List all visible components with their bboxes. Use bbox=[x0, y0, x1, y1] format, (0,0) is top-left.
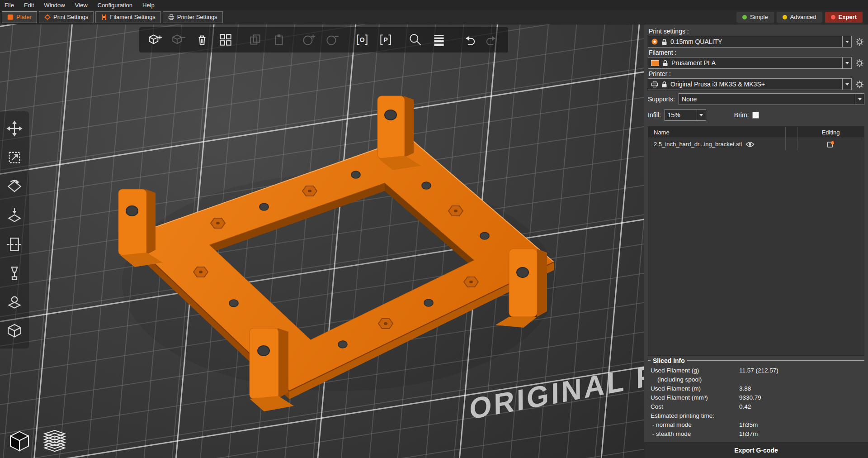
filament-combo[interactable]: Prusament PLA bbox=[648, 57, 852, 69]
copy-button[interactable] bbox=[244, 29, 267, 51]
place-on-face-tool-button[interactable] bbox=[4, 205, 25, 226]
menu-help[interactable]: Help bbox=[142, 2, 155, 9]
mode-advanced-button[interactable]: Advanced bbox=[777, 12, 822, 23]
delete-all-button[interactable] bbox=[191, 29, 213, 51]
lock-icon bbox=[662, 60, 668, 67]
tab-print-settings[interactable]: Print Settings bbox=[39, 11, 94, 23]
eye-icon[interactable] bbox=[745, 141, 755, 148]
undo-icon bbox=[461, 32, 476, 48]
supports-value: None bbox=[682, 95, 852, 103]
print-settings-label: Print settings : bbox=[649, 28, 864, 35]
sliced-info-title: Sliced Info bbox=[651, 357, 687, 364]
simple-mode-dot-icon bbox=[742, 15, 747, 19]
object-list: Name Editing 2.5_inch_hard_dr...ing_brac… bbox=[648, 126, 864, 356]
rotate-icon bbox=[5, 177, 24, 196]
trash-icon bbox=[194, 32, 210, 48]
object-toolbar: O P bbox=[139, 27, 508, 52]
rotate-tool-button[interactable] bbox=[4, 176, 25, 197]
redo-icon bbox=[485, 32, 500, 48]
filament-value: Prusament PLA bbox=[671, 59, 839, 67]
variable-layer-height-button[interactable] bbox=[428, 29, 450, 51]
paint-supports-tool-button[interactable] bbox=[4, 262, 25, 284]
menu-bar: File Edit Window View Configuration Help bbox=[0, 0, 868, 10]
remove-instance-button[interactable] bbox=[321, 29, 344, 51]
add-instance-icon bbox=[301, 32, 316, 48]
move-icon bbox=[5, 119, 24, 138]
mode-expert-button[interactable]: Expert bbox=[825, 12, 863, 23]
remove-icon bbox=[171, 32, 186, 48]
add-instance-button[interactable] bbox=[297, 29, 320, 51]
sliced-info-value: 1h35m bbox=[739, 421, 863, 428]
sliced-info-label: Used Filament (g) bbox=[651, 367, 739, 374]
preview-view-button[interactable] bbox=[40, 425, 70, 454]
menu-file[interactable]: File bbox=[5, 2, 14, 9]
print-settings-value: 0.15mm QUALITY bbox=[670, 38, 839, 45]
sliced-info-label: Cost bbox=[651, 403, 739, 410]
sliced-info-value: 11.57 (212.57) bbox=[739, 367, 863, 374]
seam-tool-button[interactable] bbox=[4, 291, 25, 313]
brim-checkbox[interactable] bbox=[752, 112, 759, 119]
object-list-row[interactable]: 2.5_inch_hard_dr...ing_bracket.stl bbox=[648, 138, 864, 150]
undo-button[interactable] bbox=[458, 29, 480, 51]
add-object-button[interactable] bbox=[144, 29, 166, 51]
object-list-header: Name Editing bbox=[648, 127, 864, 138]
search-button[interactable] bbox=[404, 29, 427, 51]
remove-object-button[interactable] bbox=[167, 29, 190, 51]
object-name: 2.5_inch_hard_dr...ing_bracket.stl bbox=[654, 141, 742, 148]
menu-window[interactable]: Window bbox=[44, 2, 65, 9]
3d-viewport[interactable]: ORIGINAL P bbox=[0, 24, 644, 458]
arrange-button[interactable] bbox=[214, 29, 237, 51]
sliced-info-value: 3.88 bbox=[739, 385, 863, 392]
model-bracket[interactable] bbox=[108, 88, 570, 418]
layers-icon bbox=[431, 32, 447, 48]
preview-cube-tool-button[interactable] bbox=[4, 320, 25, 342]
filament-settings-icon bbox=[101, 14, 107, 20]
tab-filament-settings[interactable]: Filament Settings bbox=[95, 11, 160, 23]
tab-bottom bbox=[250, 328, 294, 411]
filament-gear-button[interactable] bbox=[854, 58, 864, 68]
infill-label: Infill: bbox=[648, 111, 661, 119]
add-icon bbox=[147, 32, 163, 48]
tab-plater[interactable]: Plater bbox=[2, 11, 37, 23]
sliced-info-label: (including spool) bbox=[651, 376, 739, 383]
cut-tool-button[interactable] bbox=[4, 234, 25, 255]
mode-label: Simple bbox=[750, 14, 768, 20]
expert-mode-dot-icon bbox=[831, 15, 835, 19]
print-settings-gear-button[interactable] bbox=[854, 37, 864, 47]
dropdown-chevron-icon bbox=[855, 94, 864, 105]
print-settings-combo[interactable]: 0.15mm QUALITY bbox=[648, 36, 852, 48]
print-profile-icon bbox=[651, 38, 658, 45]
menu-configuration[interactable]: Configuration bbox=[98, 2, 132, 9]
gear-icon bbox=[855, 80, 864, 89]
printer-gear-button[interactable] bbox=[854, 79, 864, 89]
mode-simple-button[interactable]: Simple bbox=[736, 12, 774, 23]
editor-view-button[interactable] bbox=[5, 425, 34, 454]
paint-supports-icon bbox=[5, 264, 24, 282]
menu-edit[interactable]: Edit bbox=[24, 2, 34, 9]
editing-icon[interactable] bbox=[827, 141, 835, 148]
remove-instance-icon bbox=[325, 32, 340, 48]
move-tool-button[interactable] bbox=[4, 118, 25, 139]
menu-view[interactable]: View bbox=[75, 2, 88, 9]
split-parts-icon: P bbox=[378, 32, 393, 48]
sliced-info-value: 9330.79 bbox=[739, 394, 863, 401]
infill-combo[interactable]: 15% bbox=[665, 109, 706, 121]
sliced-info-group: Sliced Info Used Filament (g) 11.57 (212… bbox=[648, 360, 864, 440]
sliced-info-value bbox=[739, 412, 863, 419]
right-panel: Print settings : 0.15mm QUALITY bbox=[644, 24, 868, 458]
printer-settings-icon bbox=[168, 14, 175, 20]
split-to-parts-button[interactable]: P bbox=[374, 29, 397, 51]
editor-cube-icon bbox=[6, 426, 33, 453]
redo-button[interactable] bbox=[481, 29, 504, 51]
supports-combo[interactable]: None bbox=[679, 93, 864, 105]
tab-printer-settings[interactable]: Printer Settings bbox=[163, 11, 223, 23]
split-objects-icon: O bbox=[354, 32, 370, 48]
export-gcode-button[interactable]: Export G-code bbox=[644, 442, 868, 458]
scale-tool-button[interactable] bbox=[4, 147, 25, 168]
sliced-info-label: Estimated printing time: bbox=[651, 412, 739, 419]
split-to-objects-button[interactable]: O bbox=[351, 29, 373, 51]
printer-combo[interactable]: Original Prusa i3 MK3S & MK3S+ bbox=[648, 78, 852, 90]
tab-label: Print Settings bbox=[53, 14, 88, 20]
paste-button[interactable] bbox=[268, 29, 290, 51]
infill-value: 15% bbox=[668, 111, 693, 119]
